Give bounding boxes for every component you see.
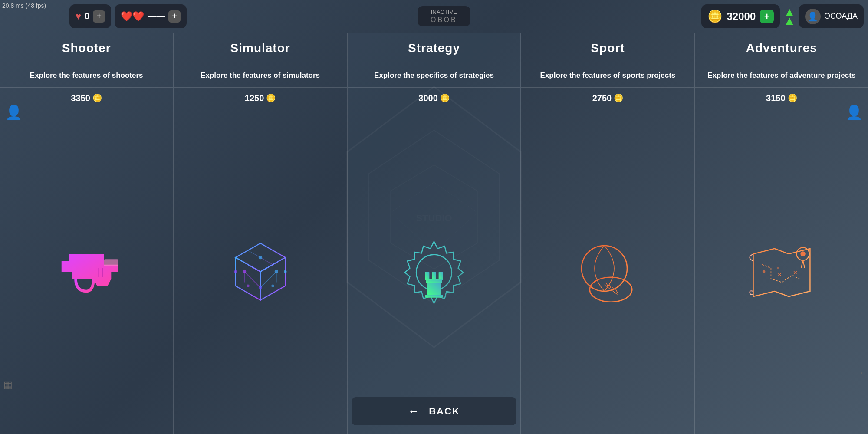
add-hearts-button[interactable]: + [93,10,105,23]
svg-rect-10 [104,259,118,266]
back-label: BACK [429,406,460,417]
adventures-cost: 3150 🪙 [695,88,868,109]
back-arrow-icon: ← [408,404,420,418]
heart-icon: ♥ [76,11,81,22]
adventures-cost-value: 3150 [766,93,786,103]
inactive-label: INACTIVE [431,9,457,15]
category-simulator[interactable]: Simulator Explore the features of simula… [174,33,347,434]
svg-text:✕: ✕ [777,271,783,278]
lives-pill: ❤️❤️ —— + [115,4,187,28]
svg-text:✕: ✕ [792,269,797,276]
category-sport[interactable]: Sport Explore the features of sports pro… [521,33,695,434]
svg-point-54 [800,251,805,256]
coins-pill: 🪙 32000 + [701,4,780,28]
svg-point-29 [271,284,274,287]
sport-header: Sport [521,33,694,62]
strategy-svg-icon [395,233,473,311]
strategy-desc: Explore the specifics of strategies [348,62,520,88]
adventures-coin-icon: 🪙 [788,93,797,103]
svg-rect-37 [425,279,443,280]
category-shooter[interactable]: Shooter Explore the features of shooters… [0,33,174,434]
svg-line-48 [609,285,611,288]
svg-line-46 [605,285,618,295]
shooter-title: Shooter [62,41,111,55]
shooter-cost: 3350 🪙 [0,88,173,109]
svg-marker-15 [260,257,285,300]
strategy-coin-icon: 🪙 [440,93,450,103]
strategy-title: Strategy [408,41,460,55]
svg-line-50 [616,289,618,293]
svg-point-27 [284,270,287,273]
avatar-pill: 👤 ОСОАДА [799,4,864,28]
coin-value: 32000 [727,10,756,23]
arrow-right-icon: → [856,368,865,378]
simulator-desc: Explore the features of simulators [174,62,346,88]
category-strategy[interactable]: Strategy Explore the specifics of strate… [348,33,521,434]
strategy-cost: 3000 🪙 [348,88,520,109]
hud-right: ▲ ▲ 👤 ОСОАДА [783,4,864,28]
sport-svg-icon [569,233,647,311]
strategy-header: Strategy [348,33,520,62]
shooter-header: Shooter [0,33,173,62]
sport-coin-icon: 🪙 [614,93,623,103]
svg-point-57 [777,267,779,269]
simulator-title: Simulator [230,41,290,55]
simulator-cost-value: 1250 [245,93,264,103]
simulator-header: Simulator [174,33,346,62]
sport-cost-value: 2750 [592,93,612,103]
add-lives-button[interactable]: + [168,10,181,23]
svg-line-47 [606,283,608,286]
sport-icon-area [521,109,694,434]
svg-marker-14 [235,257,260,300]
shooter-desc: Explore the features of shooters [0,62,173,88]
hud-center: INACTIVE ОВОВ [190,6,697,26]
rank-chevrons: ▲ ▲ [783,8,796,25]
shooter-cost-value: 3350 [71,93,90,103]
fps-counter: 20,8 ms (48 fps) [2,2,46,9]
svg-point-28 [247,284,250,287]
categories-container: Shooter Explore the features of shooters… [0,33,868,434]
hud-bar: 20,8 ms (48 fps) ♥ 0 + ❤️❤️ —— + INACTIV… [0,0,868,33]
person-icon: 👤 [5,104,23,121]
lives-icon: ❤️❤️ [121,11,144,22]
adventures-svg-icon: ✕ ✕ [743,233,821,311]
svg-rect-35 [432,272,436,279]
sport-cost: 2750 🪙 [521,88,694,109]
sport-title: Sport [591,41,625,55]
coin-icon: 🪙 [707,9,723,23]
person-icon-right: 👤 [845,104,863,121]
adventures-title: Adventures [746,41,817,55]
adventures-header: Adventures [695,33,868,62]
simulator-cost: 1250 🪙 [174,88,346,109]
strategy-cost-value: 3000 [418,93,438,103]
lives-count: —— [148,11,165,21]
inactive-box: INACTIVE ОВОВ [418,6,470,26]
shooter-svg-icon [47,233,125,311]
back-button[interactable]: ← BACK [352,397,516,425]
simulator-coin-icon: 🪙 [266,93,276,103]
simulator-svg-icon [221,233,299,311]
grid-icon: ▦ [3,379,13,391]
svg-rect-34 [425,272,430,279]
shooter-icon-area [0,109,173,434]
category-adventures[interactable]: Adventures Explore the features of adven… [695,33,868,434]
sport-desc: Explore the features of sports projects [521,62,694,88]
avatar-name: ОСОАДА [824,12,858,21]
simulator-icon-area [174,109,346,434]
svg-rect-36 [439,272,443,279]
avatar-icon: 👤 [805,9,821,24]
svg-point-18 [259,256,262,259]
svg-point-26 [234,270,237,273]
svg-point-56 [763,270,766,273]
add-coins-button[interactable]: + [760,10,774,23]
hearts-pill: ♥ 0 + [69,4,111,28]
adventures-icon-area: ✕ ✕ [695,109,868,434]
adventures-desc: Explore the features of adventure projec… [695,62,868,88]
heart-count: 0 [85,11,89,21]
strategy-icon-area [348,109,520,434]
shooter-coin-icon: 🪙 [92,93,102,103]
hud-dots: ОВОВ [431,16,457,24]
